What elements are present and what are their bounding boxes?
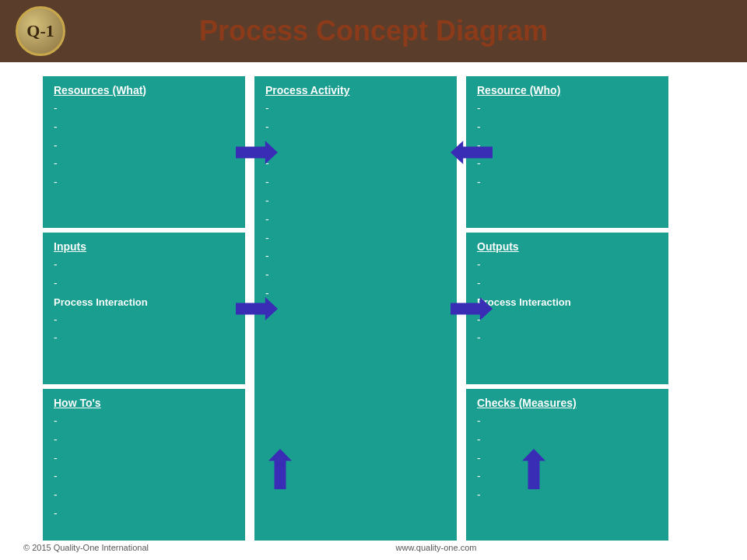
in-l4: - — [54, 329, 236, 348]
pa-l1: - — [265, 100, 447, 118]
resources-what-line3: - — [54, 137, 236, 156]
resources-what-line1: - — [54, 100, 236, 118]
box-resource-who: Resource (Who) - - - - - — [466, 76, 668, 228]
ht-l1: - — [54, 412, 236, 431]
outputs-interaction-label: Process Interaction — [477, 296, 659, 308]
in-l1: - — [54, 256, 236, 275]
pa-l7: - — [265, 211, 447, 229]
ht-l2: - — [54, 431, 236, 450]
header-bar: Q-1 Process Concept Diagram — [0, 0, 747, 62]
ch-l3: - — [477, 450, 659, 468]
pa-l5: - — [265, 173, 447, 192]
pa-l2: - — [265, 118, 447, 137]
process-activity-title: Process Activity — [265, 84, 447, 96]
how-tos-title: How To's — [54, 397, 236, 409]
resources-what-title: Resources (What) — [54, 84, 236, 96]
pa-l9: - — [265, 247, 447, 266]
box-outputs: Outputs - - Process Interaction - - — [466, 233, 668, 384]
out-l1: - — [477, 256, 659, 275]
box-inputs: Inputs - - Process Interaction - - — [43, 233, 245, 384]
logo: Q-1 — [16, 6, 65, 56]
ch-l1: - — [477, 412, 659, 431]
logo-text: Q-1 — [26, 21, 54, 41]
page-title: Process Concept Diagram — [199, 15, 548, 47]
in-l2: - — [54, 275, 236, 293]
copyright: © 2015 Quality-One International — [23, 543, 149, 552]
pa-l4: - — [265, 155, 447, 173]
diagram-wrapper: Resources (What) - - - - - Process Activ… — [43, 76, 704, 541]
pa-l11: - — [265, 285, 447, 303]
pa-l8: - — [265, 229, 447, 248]
rw-l4: - — [477, 155, 659, 173]
resources-what-line4: - — [54, 155, 236, 173]
rw-l5: - — [477, 173, 659, 192]
pa-l10: - — [265, 266, 447, 285]
out-l3: - — [477, 311, 659, 330]
box-resources-what: Resources (What) - - - - - — [43, 76, 245, 228]
in-l3: - — [54, 311, 236, 330]
resources-what-line2: - — [54, 118, 236, 137]
ch-l4: - — [477, 467, 659, 486]
box-how-tos: How To's - - - - - - — [43, 389, 245, 541]
ch-l5: - — [477, 486, 659, 505]
pa-l6: - — [265, 192, 447, 211]
ch-l2: - — [477, 431, 659, 450]
resources-what-line5: - — [54, 173, 236, 192]
inputs-interaction-label: Process Interaction — [54, 296, 236, 308]
pa-l3: - — [265, 137, 447, 156]
outputs-title: Outputs — [477, 240, 659, 253]
checks-title: Checks (Measures) — [477, 397, 659, 409]
rw-l3: - — [477, 137, 659, 156]
ht-l5: - — [54, 486, 236, 505]
out-l2: - — [477, 275, 659, 293]
website: www.quality-one.com — [396, 543, 477, 552]
resource-who-title: Resource (Who) — [477, 84, 659, 96]
inputs-title: Inputs — [54, 240, 236, 253]
diagram-grid: Resources (What) - - - - - Process Activ… — [43, 76, 704, 541]
out-l4: - — [477, 329, 659, 348]
rw-l2: - — [477, 118, 659, 137]
rw-l1: - — [477, 100, 659, 118]
pa-l12: - — [265, 303, 447, 322]
ht-l4: - — [54, 467, 236, 486]
box-checks: Checks (Measures) - - - - - — [466, 389, 668, 541]
ht-l3: - — [54, 450, 236, 468]
footer: © 2015 Quality-One International www.qua… — [0, 543, 747, 552]
content-area: Resources (What) - - - - - Process Activ… — [0, 62, 747, 548]
ht-l6: - — [54, 505, 236, 523]
